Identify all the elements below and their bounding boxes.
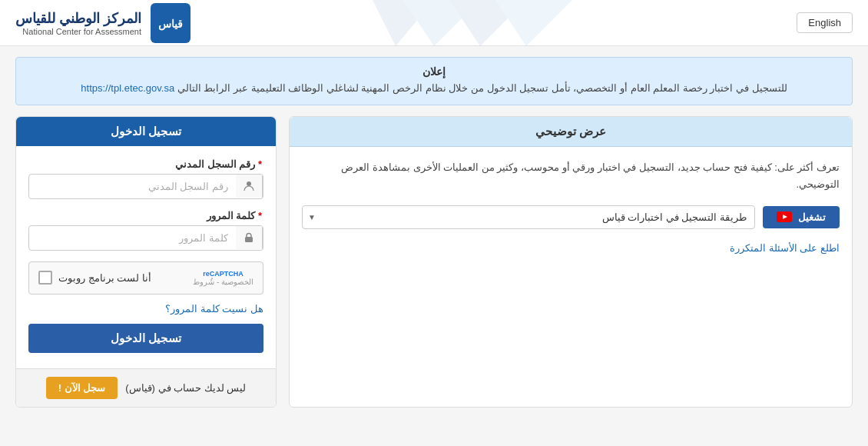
- captcha-box: reCAPTCHA الخصوصية - شُروط أنا لست برنام…: [28, 261, 263, 295]
- svg-rect-7: [245, 237, 253, 242]
- national-id-input-wrapper: [28, 174, 263, 199]
- captcha-label-text: أنا لست برنامج روبوت: [58, 272, 151, 284]
- play-button[interactable]: تشغيل: [763, 206, 840, 228]
- header-decoration: [280, 0, 588, 46]
- announcement-text: للتسجيل في اختبار رخصة المعلم العام أو ا…: [177, 82, 787, 94]
- national-id-group: * رقم السجل المدني: [28, 158, 263, 199]
- intro-panel: عرض توضيحي تعرف أكثر على: كيفية فتح حساب…: [289, 116, 853, 408]
- login-panel-header: تسجيل الدخول: [16, 117, 276, 146]
- announcement-title: إعلان: [31, 65, 837, 78]
- recaptcha-privacy: الخصوصية - شُروط: [193, 278, 253, 286]
- forgot-password-section: هل نسيت كلمة المرور؟: [28, 302, 263, 315]
- password-label: * كلمة المرور: [28, 210, 263, 221]
- intro-desc-text: تعرف أكثر على: كيفية فتح حساب جديد، التس…: [341, 161, 840, 190]
- svg-marker-3: [495, 0, 572, 46]
- header: English المركز الوطني للقياس National Ce…: [0, 0, 868, 46]
- video-selector-row: تشغيل طريقة التسجيل في اختبارات قياس كيف…: [302, 205, 840, 229]
- intro-panel-body: تعرف أكثر على: كيفية فتح حساب جديد، التس…: [290, 147, 852, 266]
- announcement-link[interactable]: https://tpl.etec.gov.sa: [81, 81, 174, 97]
- national-id-input[interactable]: [29, 175, 236, 198]
- logo-svg: قياس: [152, 5, 189, 42]
- lock-icon: [236, 226, 263, 249]
- intro-description: تعرف أكثر على: كيفية فتح حساب جديد، التس…: [302, 159, 840, 193]
- captcha-checkbox[interactable]: [38, 271, 52, 285]
- site-name-arabic: المركز الوطني للقياس: [15, 10, 141, 27]
- password-label-text: كلمة المرور: [207, 210, 256, 221]
- register-section: ليس لديك حساب في (قياس) سجل الآن !: [16, 368, 276, 407]
- register-now-button[interactable]: سجل الآن !: [46, 377, 118, 399]
- svg-text:قياس: قياس: [158, 18, 183, 31]
- faq-link[interactable]: اطلع على الأسئلة المتكررة: [730, 242, 840, 254]
- logo-icon: قياس: [151, 3, 190, 43]
- announcement-body: للتسجيل في اختبار رخصة المعلم العام أو ا…: [31, 81, 837, 97]
- svg-point-6: [247, 181, 251, 186]
- svg-marker-8: [783, 215, 787, 219]
- youtube-icon: [777, 211, 792, 222]
- national-id-label: * رقم السجل المدني: [28, 158, 263, 170]
- svg-marker-1: [403, 0, 480, 46]
- logo-text: المركز الوطني للقياس National Center for…: [15, 10, 141, 36]
- logo-area: المركز الوطني للقياس National Center for…: [15, 3, 190, 43]
- captcha-right-side: أنا لست برنامج روبوت: [38, 271, 151, 285]
- login-button[interactable]: تسجيل الدخول: [28, 324, 263, 353]
- video-selector-wrapper: طريقة التسجيل في اختبارات قياس كيفية فتح…: [302, 205, 755, 229]
- password-input[interactable]: [29, 226, 236, 250]
- faq-link-section: اطلع على الأسئلة المتكررة: [302, 241, 840, 254]
- play-button-label: تشغيل: [798, 211, 826, 223]
- english-language-button[interactable]: English: [797, 12, 853, 33]
- national-id-required: *: [258, 158, 262, 170]
- captcha-branding: reCAPTCHA الخصوصية - شُروط: [193, 270, 253, 286]
- video-dropdown[interactable]: طريقة التسجيل في اختبارات قياس كيفية فتح…: [302, 205, 755, 229]
- password-input-wrapper: [28, 225, 263, 251]
- password-group: * كلمة المرور: [28, 210, 263, 251]
- register-prompt-text: ليس لديك حساب في (قياس): [125, 382, 246, 394]
- user-icon: [236, 175, 263, 198]
- svg-marker-0: [373, 0, 434, 46]
- login-panel-body: * رقم السجل المدني * كل: [16, 146, 276, 368]
- main-layout: تسجيل الدخول * رقم السجل المدني: [15, 116, 853, 408]
- login-panel: تسجيل الدخول * رقم السجل المدني: [15, 116, 277, 408]
- site-name-english: National Center for Assessment: [15, 27, 141, 36]
- announcement-banner: إعلان للتسجيل في اختبار رخصة المعلم العا…: [15, 57, 853, 105]
- svg-marker-2: [449, 0, 526, 46]
- intro-panel-header: عرض توضيحي: [290, 117, 852, 147]
- password-required: *: [258, 210, 262, 221]
- forgot-password-link[interactable]: هل نسيت كلمة المرور؟: [165, 303, 263, 315]
- national-id-label-text: رقم السجل المدني: [175, 158, 255, 170]
- recaptcha-logo: reCAPTCHA: [193, 270, 253, 278]
